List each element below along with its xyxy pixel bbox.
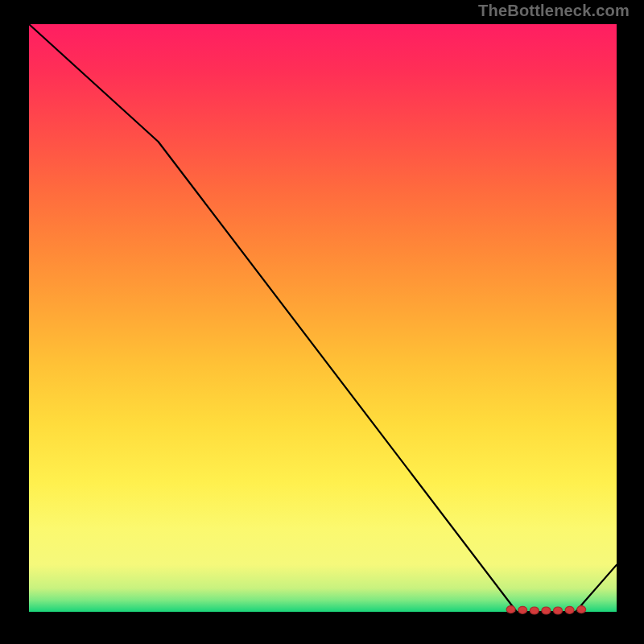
marker-dot <box>518 606 527 613</box>
curve-layer <box>29 24 617 612</box>
marker-dot <box>565 606 574 613</box>
marker-dot <box>554 607 563 614</box>
curve-path <box>29 24 617 612</box>
chart-svg <box>29 24 617 612</box>
marker-layer <box>506 606 586 614</box>
marker-dot <box>530 607 539 614</box>
plot-area <box>29 24 617 612</box>
chart-canvas: TheBottleneck.com <box>0 0 644 644</box>
marker-dot <box>506 606 515 613</box>
marker-dot <box>542 607 551 614</box>
attribution-text: TheBottleneck.com <box>478 2 630 20</box>
marker-dot <box>577 606 586 613</box>
